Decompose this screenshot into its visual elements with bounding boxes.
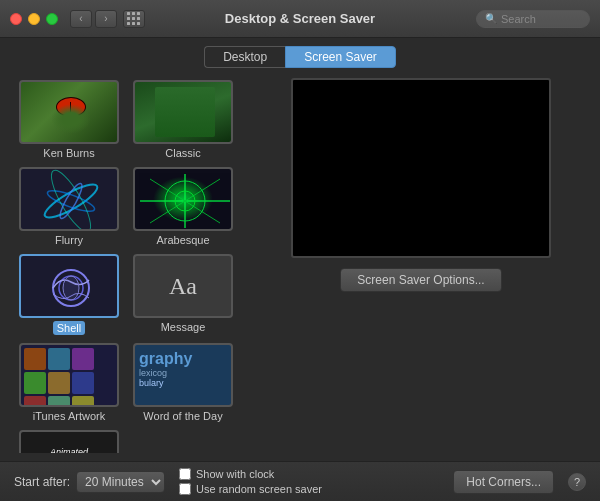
tab-desktop[interactable]: Desktop — [204, 46, 285, 68]
gif-content: Animated Gif — [50, 447, 88, 453]
word-sub2: bulary — [139, 378, 227, 388]
forward-button[interactable]: › — [95, 10, 117, 28]
bottom-bar: Start after: 20 Minutes 5 Minutes 10 Min… — [0, 461, 600, 501]
random-checkbox[interactable] — [179, 483, 191, 495]
search-box[interactable]: 🔍 — [476, 10, 590, 28]
titlebar: ‹ › Desktop & Screen Saver 🔍 — [0, 0, 600, 38]
list-item[interactable]: Ken Burns — [14, 78, 124, 161]
maximize-button[interactable] — [46, 13, 58, 25]
minimize-button[interactable] — [28, 13, 40, 25]
show-clock-row: Show with clock — [179, 468, 439, 480]
list-item[interactable]: Classic — [128, 78, 238, 161]
back-button[interactable]: ‹ — [70, 10, 92, 28]
nav-buttons: ‹ › — [70, 10, 117, 28]
kenburns-thumbnail — [19, 80, 119, 144]
list-item[interactable]: graphy lexicog bulary Word of the Day — [128, 341, 238, 424]
message-label: Message — [161, 321, 206, 333]
tab-screensaver[interactable]: Screen Saver — [285, 46, 396, 68]
shell-thumbnail — [19, 254, 119, 318]
preview-screen — [291, 78, 551, 258]
word-title: graphy — [139, 349, 227, 368]
flurry-label: Flurry — [55, 234, 83, 246]
tabs-row: Desktop Screen Saver — [0, 38, 600, 74]
help-button[interactable]: ? — [568, 473, 586, 491]
close-button[interactable] — [10, 13, 22, 25]
list-item[interactable]: Arabesque — [128, 165, 238, 248]
svg-point-2 — [45, 169, 97, 231]
list-item[interactable]: Shell — [14, 252, 124, 337]
traffic-lights — [10, 13, 58, 25]
arabesque-label: Arabesque — [156, 234, 209, 246]
main-content: Ken Burns Classic Flurry — [0, 74, 600, 453]
grid-icon — [127, 12, 141, 26]
kenburns-bug — [56, 97, 86, 117]
svg-point-12 — [63, 276, 79, 300]
list-item[interactable]: Aa Message — [128, 252, 238, 337]
shell-label: Shell — [53, 321, 85, 335]
random-label: Use random screen saver — [196, 483, 322, 495]
animated-label: Animated — [50, 447, 88, 453]
screen-saver-options-button[interactable]: Screen Saver Options... — [340, 268, 501, 292]
flurry-thumbnail — [19, 167, 119, 231]
preview-panel: Screen Saver Options... — [256, 78, 586, 453]
window-title: Desktop & Screen Saver — [225, 11, 375, 26]
list-item[interactable]: Flurry — [14, 165, 124, 248]
word-content: graphy lexicog bulary — [135, 345, 231, 405]
message-aa-text: Aa — [169, 273, 197, 300]
start-after-group: Start after: 20 Minutes 5 Minutes 10 Min… — [14, 471, 165, 493]
screensaver-grid: Ken Burns Classic Flurry — [14, 78, 242, 453]
classic-label: Classic — [165, 147, 200, 159]
show-clock-checkbox[interactable] — [179, 468, 191, 480]
itunes-thumbnail — [19, 343, 119, 407]
list-item[interactable]: iTunes Artwork — [14, 341, 124, 424]
word-sub1: lexicog — [139, 368, 227, 378]
wordofday-thumbnail: graphy lexicog bulary — [133, 343, 233, 407]
list-item[interactable]: Animated Gif AnimatedGif — [14, 428, 124, 453]
animatedgif-thumbnail: Animated Gif — [19, 430, 119, 453]
kenburns-label: Ken Burns — [43, 147, 94, 159]
show-clock-label: Show with clock — [196, 468, 274, 480]
search-input[interactable] — [501, 13, 581, 25]
grid-view-button[interactable] — [123, 10, 145, 28]
svg-point-0 — [41, 179, 101, 223]
wordofday-label: Word of the Day — [143, 410, 222, 422]
search-icon: 🔍 — [485, 13, 497, 24]
classic-thumbnail — [133, 80, 233, 144]
message-thumbnail: Aa — [133, 254, 233, 318]
checkboxes: Show with clock Use random screen saver — [179, 468, 439, 495]
random-row: Use random screen saver — [179, 483, 439, 495]
start-after-label: Start after: — [14, 475, 70, 489]
start-after-select[interactable]: 20 Minutes 5 Minutes 10 Minutes 30 Minut… — [76, 471, 165, 493]
hot-corners-button[interactable]: Hot Corners... — [453, 470, 554, 494]
arabesque-thumbnail — [133, 167, 233, 231]
itunes-label: iTunes Artwork — [33, 410, 105, 422]
